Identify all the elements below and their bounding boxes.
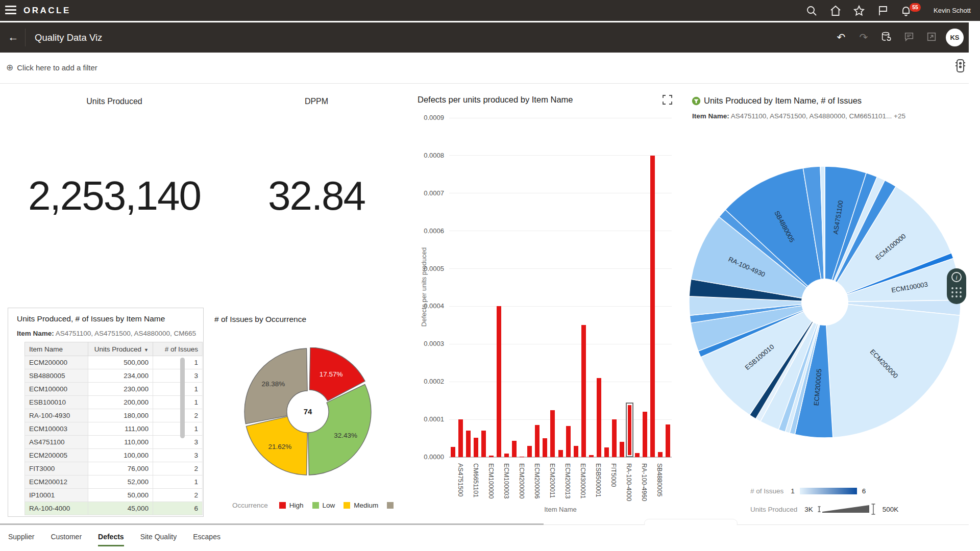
table-row[interactable]: IP1000150,0002 [25,489,203,502]
cell-item-name[interactable]: SB4880005 [25,369,88,383]
maximize-icon[interactable] [663,95,672,107]
tab-supplier[interactable]: Supplier [8,533,34,546]
cell-issues[interactable]: 1 [153,422,203,436]
bar[interactable] [543,438,547,457]
cell-issues[interactable]: 1 [153,383,203,396]
user-avatar[interactable]: KS [946,29,964,46]
bar[interactable] [451,447,455,457]
bar[interactable] [658,452,663,457]
bar[interactable] [458,419,463,457]
column-header[interactable]: # of Issues [153,342,203,356]
cell-item-name[interactable]: ECM200012 [25,475,88,489]
bar[interactable] [574,446,578,457]
table-scrollbar-thumb[interactable] [180,358,185,438]
bar[interactable] [474,438,478,457]
bar[interactable] [466,431,471,457]
cell-item-name[interactable]: IP10001 [25,489,88,502]
undo-icon[interactable]: ↶ [835,31,847,43]
user-name[interactable]: Kevin Schott [934,7,971,14]
cell-issues[interactable]: 3 [153,449,203,462]
export-icon[interactable] [925,31,938,43]
cell-issues[interactable]: 3 [153,369,203,383]
cell-issues[interactable]: 2 [153,462,203,475]
cell-issues[interactable]: 2 [153,489,203,502]
cell-units-produced[interactable]: 76,000 [88,462,153,475]
cell-units-produced[interactable]: 180,000 [88,409,153,422]
legend-item[interactable]: Medium [344,502,378,509]
bar[interactable] [520,457,524,457]
canvas-settings-icon[interactable] [952,58,968,77]
bar[interactable] [504,454,509,457]
cell-issues[interactable]: 1 [153,396,203,409]
cell-units-produced[interactable]: 200,000 [88,396,153,409]
bar[interactable] [604,447,609,457]
bar[interactable] [481,431,486,457]
tab-site-quality[interactable]: Site Quality [140,533,177,546]
tab-escapes[interactable]: Escapes [193,533,220,546]
cell-issues[interactable]: 1 [153,475,203,489]
table-row[interactable]: RA-100-400045,0006 [25,502,203,515]
bar-chart-plot[interactable]: AS4751500CM6651101ECM100000ECM100003ECM2… [449,118,672,457]
bar[interactable] [635,453,640,457]
table-row[interactable]: AS4751100110,0003 [25,436,203,449]
bar[interactable] [643,412,647,457]
cell-item-name[interactable]: RA-100-4930 [25,409,88,422]
tab-defects[interactable]: Defects [98,533,124,546]
bar[interactable] [550,410,555,457]
legend-item[interactable] [387,502,397,509]
search-icon[interactable] [805,5,818,17]
kpi-units-produced[interactable]: Units Produced 2,253,140 [7,97,222,230]
table-row[interactable]: ECM100000230,0001 [25,383,203,396]
cell-units-produced[interactable]: 230,000 [88,383,153,396]
table-row[interactable]: ECM100003111,0001 [25,422,203,436]
data-table[interactable]: Item NameUnits Produced▼# of IssuesECM20… [24,342,203,515]
bar[interactable] [581,325,586,457]
cell-units-produced[interactable]: 50,000 [88,489,153,502]
cell-item-name[interactable]: ECM100003 [25,422,88,436]
bar[interactable] [589,455,594,457]
table-row[interactable]: ECM200005100,0003 [25,449,203,462]
bar[interactable] [535,425,540,457]
bar[interactable] [566,426,571,457]
pie-chart[interactable] [688,165,962,439]
cell-issues[interactable]: 1 [153,356,203,369]
legend-item[interactable]: Low [312,502,335,509]
cell-item-name[interactable]: FIT3000 [25,462,88,475]
cell-units-produced[interactable]: 234,000 [88,369,153,383]
table-row[interactable]: ECM20001252,0001 [25,475,203,489]
bar[interactable] [612,419,617,457]
cell-units-produced[interactable]: 500,000 [88,356,153,369]
bar[interactable] [620,442,624,457]
kpi-dppm[interactable]: DPPM 32.84 [258,97,375,230]
cell-issues[interactable]: 6 [153,502,203,515]
bar[interactable] [650,156,655,457]
cell-issues[interactable]: 2 [153,409,203,422]
cell-item-name[interactable]: ECM100000 [25,383,88,396]
cell-item-name[interactable]: AS4751100 [25,436,88,449]
back-button[interactable]: ← [6,30,20,44]
redo-icon[interactable]: ↷ [857,31,870,43]
bar[interactable] [666,424,670,457]
cell-item-name[interactable]: RA-100-4000 [25,502,88,515]
cell-item-name[interactable]: ECM200000 [25,356,88,369]
cell-units-produced[interactable]: 100,000 [88,449,153,462]
bar[interactable] [597,378,601,457]
comment-icon[interactable] [903,31,915,43]
home-icon[interactable] [829,5,842,17]
column-header[interactable]: Units Produced▼ [88,342,153,356]
bar[interactable] [489,456,494,457]
floating-toolbar[interactable]: i [947,268,966,304]
table-row[interactable]: RA-100-4930180,0002 [25,409,203,422]
donut-slice[interactable] [308,384,371,475]
bar-highlighted[interactable] [626,403,633,457]
legend-item[interactable]: High [279,502,304,509]
cell-units-produced[interactable]: 45,000 [88,502,153,515]
flag-icon[interactable] [877,5,889,17]
add-filter-button[interactable]: ⊕Click here to add a filter [6,62,97,73]
bar[interactable] [512,441,517,458]
cell-units-produced[interactable]: 110,000 [88,436,153,449]
bar[interactable] [558,450,563,457]
table-row[interactable]: FIT300076,0002 [25,462,203,475]
cell-units-produced[interactable]: 111,000 [88,422,153,436]
table-row[interactable]: SB4880005234,0003 [25,369,203,383]
